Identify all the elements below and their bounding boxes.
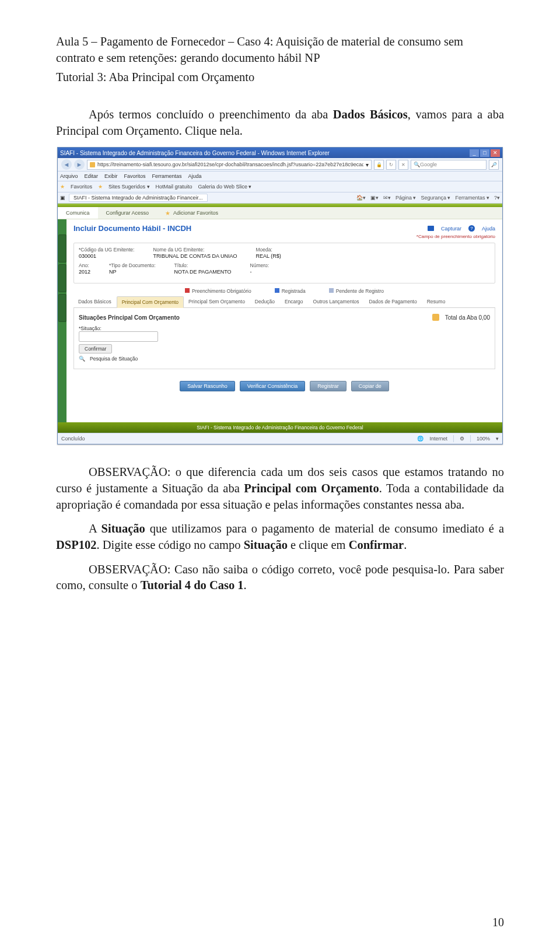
app-top-tabs: Comunica Configurar Acesso ★ Adicionar F…	[58, 207, 502, 219]
p2-paragraph: A Situação que utilizamos para o pagamen…	[56, 521, 504, 553]
page-menu[interactable]: Página ▾	[396, 195, 416, 201]
legend-registrada: Registrada	[275, 288, 306, 294]
tab-principal-sem-orcamento[interactable]: Principal Sem Orçamento	[184, 296, 250, 307]
document-page: Aula 5 – Pagamento de Fornecedor – Caso …	[0, 0, 560, 942]
favorites-star-icon[interactable]: ★	[60, 184, 65, 190]
tab-deducao[interactable]: Dedução	[250, 296, 280, 307]
home-icon[interactable]: 🏠▾	[356, 195, 366, 201]
p2-a: A	[89, 522, 102, 535]
flag-blue-icon	[275, 288, 279, 293]
fav-item-hotmail[interactable]: HotMail gratuito	[156, 184, 192, 190]
legend-obrigatorio: Preenchimento Obrigatório	[185, 288, 251, 294]
menu-editar[interactable]: Editar	[85, 173, 99, 179]
obs2-c: .	[244, 579, 247, 591]
close-button[interactable]: ✕	[491, 149, 500, 157]
registrar-button[interactable]: Registrar	[310, 381, 346, 391]
menu-ajuda[interactable]: Ajuda	[188, 173, 202, 179]
ug-code-value: 030001	[79, 253, 134, 259]
minimize-button[interactable]: _	[470, 149, 479, 157]
intro-paragraph: Após termos concluído o preenchimento da…	[56, 107, 504, 139]
back-button[interactable]: ◄	[61, 159, 72, 170]
obs2-b: Tutorial 4 do Caso 1	[141, 579, 244, 591]
ie-address-row: ◄ ► https://treinamento-siafi.tesouro.go…	[58, 158, 502, 171]
tab-dados-basicos[interactable]: Dados Básicos	[74, 296, 117, 307]
search-icon[interactable]: 🔍	[79, 356, 85, 362]
ssl-lock-button[interactable]: 🔒	[374, 160, 384, 170]
tab-outros-lancamentos[interactable]: Outros Lançamentos	[309, 296, 365, 307]
protected-mode-icon: ⚙	[460, 436, 464, 442]
browser-tab[interactable]: SIAFI - Sistema Integrado de Administraç…	[69, 194, 208, 202]
zoom-value[interactable]: 100%	[477, 436, 490, 442]
forward-button[interactable]: ►	[74, 159, 85, 170]
capturar-link[interactable]: Capturar	[441, 226, 461, 232]
help-icon[interactable]: ?	[468, 225, 475, 232]
situacoes-title: Situações Principal Com Orçamento	[79, 314, 180, 321]
tab-principal-com-orcamento[interactable]: Principal Com Orçamento	[117, 296, 184, 308]
tipo-value: NP	[109, 269, 156, 275]
search-provider-icon: 🔍	[414, 162, 420, 167]
help-tip-icon[interactable]	[432, 314, 439, 321]
app-tab-adicionar-favoritos[interactable]: ★ Adicionar Favoritos	[157, 207, 226, 219]
ie-status-bar: Concluído 🌐 Internet ⚙ 100% ▾	[58, 433, 502, 444]
address-bar[interactable]: https://treinamento-siafi.tesouro.gov.br…	[87, 160, 372, 170]
ano-value: 2012	[79, 269, 90, 275]
fav-item-sites-sugeridos[interactable]: Sites Sugeridos ▾	[108, 184, 150, 190]
tools-menu[interactable]: Ferramentas ▾	[455, 195, 489, 201]
security-menu[interactable]: Segurança ▾	[421, 195, 450, 201]
app-tab-configurar-acesso[interactable]: Configurar Acesso	[98, 207, 158, 219]
camera-icon	[428, 226, 434, 231]
confirmar-button[interactable]: Confirmar	[79, 344, 112, 353]
obs1-b: Principal com Orçamento	[244, 482, 379, 495]
situacao-input[interactable]	[79, 331, 158, 342]
app-footer: SIAFI - Sistema Integrado de Administraç…	[58, 422, 502, 433]
favorites-label[interactable]: Favoritos	[71, 184, 92, 190]
ie-window: SIAFI - Sistema Integrado de Administraç…	[57, 147, 503, 444]
tab-favicon: ▣	[60, 195, 65, 201]
menu-favoritos[interactable]: Favoritos	[124, 173, 146, 179]
refresh-button[interactable]: ↻	[386, 160, 396, 170]
p2-f: Situação	[244, 538, 288, 551]
menu-exibir[interactable]: Exibir	[104, 173, 118, 179]
flag-red-icon	[185, 288, 190, 293]
menu-ferramentas[interactable]: Ferramentas	[152, 173, 182, 179]
total-aba: Total da Aba 0,00	[445, 314, 490, 321]
p2-b: Situação	[102, 522, 145, 535]
rail-button-2[interactable]	[58, 264, 66, 292]
app-tab-comunica[interactable]: Comunica	[58, 207, 98, 219]
ajuda-link[interactable]: Ajuda	[482, 226, 495, 232]
flag-light-icon	[329, 288, 334, 293]
fav-item-galeria[interactable]: Galeria do Web Slice ▾	[198, 184, 252, 190]
mail-icon[interactable]: ✉▾	[383, 195, 391, 201]
rail-button-1[interactable]	[58, 234, 66, 262]
zoom-dropdown-icon[interactable]: ▾	[496, 436, 499, 442]
legend-row: Preenchimento Obrigatório Registrada Pen…	[74, 288, 495, 294]
feeds-icon[interactable]: ▣▾	[370, 195, 379, 201]
tab-dados-pagamento[interactable]: Dados de Pagamento	[364, 296, 422, 307]
p2-h: Confirmar	[349, 538, 404, 551]
pesquisa-situacao-link[interactable]: Pesquisa de Situação	[90, 356, 138, 362]
search-go-button[interactable]: 🔎	[489, 160, 499, 170]
separator	[453, 435, 454, 442]
numero-value: -	[250, 269, 270, 275]
tab-encargo[interactable]: Encargo	[280, 296, 309, 307]
salvar-rascunho-button[interactable]: Salvar Rascunho	[180, 381, 235, 391]
stop-button[interactable]: ✕	[398, 160, 408, 170]
moeda-value: REAL (R$)	[256, 253, 281, 259]
copiar-de-button[interactable]: Copiar de	[351, 381, 389, 391]
rail-button-3[interactable]	[58, 294, 66, 322]
maximize-button[interactable]: □	[480, 149, 489, 157]
search-box[interactable]: 🔍 Google	[411, 160, 487, 170]
titulo-value: NOTA DE PAGAMENTO	[174, 269, 232, 275]
tab-resumo[interactable]: Resumo	[422, 296, 451, 307]
app-main: Incluir Documento Hábil - INCDH Capturar…	[58, 219, 502, 422]
tutorial-line: Tutorial 3: Aba Principal com Orçamento	[56, 69, 504, 86]
ie-menubar: Arquivo Editar Exibir Favoritos Ferramen…	[58, 171, 502, 181]
dropdown-icon[interactable]: ▾	[366, 162, 369, 168]
verificar-consistencia-button[interactable]: Verificar Consistência	[240, 381, 306, 391]
help-icon[interactable]: ?▾	[494, 195, 500, 201]
obs2-paragraph: OBSERVAÇÃO: Caso não saiba o código corr…	[56, 562, 504, 594]
embedded-screenshot: SIAFI - Sistema Integrado de Administraç…	[56, 147, 504, 444]
content-actions: Capturar ? Ajuda	[428, 225, 495, 232]
ug-name-label: Nome da UG Emitente:	[153, 247, 237, 253]
menu-arquivo[interactable]: Arquivo	[60, 173, 78, 179]
